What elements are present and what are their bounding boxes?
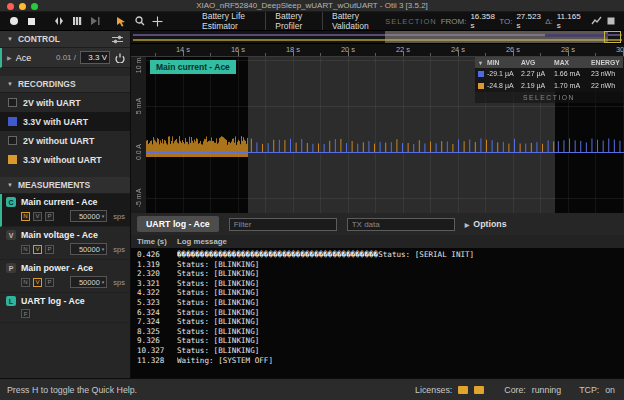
uart-log-tab[interactable]: UART log - Ace — [137, 216, 219, 232]
options-toggle[interactable]: ▶ Options — [465, 219, 507, 229]
stats-header-energy: ENERGY — [590, 57, 623, 68]
y-tick-label: 5 mA — [135, 89, 142, 123]
stats-caption: SELECTION — [475, 92, 623, 103]
control-header-label: CONTROL — [18, 34, 60, 44]
tab-battery-life-estimator[interactable]: Battery Life Estimator — [193, 12, 265, 30]
mode-badge-n[interactable]: N — [21, 212, 30, 221]
rate-unit-label: sps — [113, 278, 125, 287]
license-badge[interactable] — [458, 386, 468, 394]
current-plot[interactable]: 10 mA5 mA0.0 A-5 mA Main current - Ace ▾… — [131, 57, 624, 213]
time-tick-mark — [265, 53, 266, 56]
log-time: 9.326 — [131, 336, 177, 346]
log-time: 6.324 — [131, 308, 177, 318]
time-tick-mark — [568, 51, 569, 56]
tab-battery-validation[interactable]: Battery Validation — [322, 12, 385, 30]
recording-checkbox[interactable] — [8, 117, 17, 126]
licenses-label: Licenses: — [415, 385, 452, 395]
measurement-type-badge: C — [6, 197, 16, 207]
recording-checkbox[interactable] — [8, 155, 17, 164]
mode-badge-n[interactable]: N — [21, 278, 30, 287]
cursor-tools — [108, 16, 171, 27]
recording-row-2v-with-uart[interactable]: 2V with UART — [0, 93, 130, 112]
stop-icon[interactable] — [26, 16, 37, 27]
measurement-label: UART log - Ace — [21, 296, 85, 306]
log-time-column: Time (s) — [131, 237, 177, 246]
device-control-row[interactable]: ▶ Ace 0.01 / — [0, 48, 130, 68]
sample-rate-dropdown[interactable]: 50000▾ — [70, 276, 107, 288]
rate-unit-label: sps — [113, 212, 125, 221]
log-time: 11.328 — [131, 356, 177, 366]
recording-checkbox[interactable] — [8, 136, 17, 145]
recording-row-2v-without-uart[interactable]: 2V without UART — [0, 131, 130, 150]
measurements-header-label: MEASUREMENTS — [18, 180, 90, 190]
mode-badge-p[interactable]: P — [45, 278, 54, 287]
sample-rate-dropdown[interactable]: 50000▾ — [70, 243, 107, 255]
control-section-header[interactable]: ▼ CONTROL — [0, 31, 130, 48]
expand-icon: ▶ — [465, 221, 470, 228]
selection-clear-icon[interactable] — [606, 16, 616, 27]
time-tick-mark — [210, 53, 211, 56]
stat-energy: 22 nWh — [590, 80, 623, 92]
time-tick-mark — [430, 53, 431, 56]
recordings-section-header[interactable]: ▼ RECORDINGS — [0, 76, 130, 93]
tx-data-input[interactable] — [347, 218, 455, 231]
measurement-type-badge: L — [6, 296, 16, 306]
time-axis[interactable]: 14 s16 s18 s20 s22 s24 s26 s28 s30 s — [131, 44, 624, 57]
stat-energy: 23 nWh — [590, 68, 623, 80]
log-column-headers: Time (s) Log message — [131, 235, 624, 248]
sample-rate-dropdown[interactable]: 50000▾ — [70, 210, 107, 222]
log-row: 5.323Status: [BLINKING] — [131, 298, 624, 308]
recording-checkbox[interactable] — [8, 98, 17, 107]
select-cursor-icon[interactable] — [116, 16, 127, 27]
overview-view-window[interactable] — [385, 31, 608, 43]
voltage-input[interactable] — [80, 51, 110, 64]
recording-row-33v-with-uart[interactable]: 3.3V with UART — [0, 112, 130, 131]
y-tick-label: -5 mA — [135, 181, 142, 213]
log-time: 0.426 — [131, 250, 177, 260]
log-message: Status: [BLINKING] — [177, 336, 624, 346]
stats-collapse-icon[interactable]: ▾ — [475, 57, 486, 68]
record-icon[interactable] — [8, 16, 19, 27]
selection-to-value: 27.523 s — [516, 12, 541, 30]
license-badge[interactable] — [474, 386, 484, 394]
column-view-icon[interactable] — [71, 16, 82, 27]
mode-badge-n[interactable]: N — [21, 245, 30, 254]
sidebar: ▼ CONTROL ▶ Ace 0.01 / ▼ RECORDINGS 2V w… — [0, 31, 131, 378]
main-toolbar: Battery Life Estimator Battery Profiler … — [0, 12, 624, 31]
chevron-down-icon: ▾ — [102, 213, 105, 219]
overview-selection-box[interactable] — [604, 31, 621, 43]
recording-row-33v-without-uart[interactable]: 3.3V without UART — [0, 150, 130, 169]
selection-readout: SELECTION FROM: 16.358 s TO: 27.523 s Δ:… — [385, 12, 624, 30]
log-list[interactable]: 0.426�����������������������������������… — [131, 248, 624, 378]
measurement-item-uart-log[interactable]: L UART log - Ace F — [0, 293, 130, 323]
log-message-column: Log message — [177, 237, 227, 246]
measurements-section-header[interactable]: ▼ MEASUREMENTS — [0, 177, 130, 194]
sliders-icon[interactable] — [112, 34, 123, 45]
mode-badge-f[interactable]: F — [21, 309, 30, 318]
split-view-icon[interactable] — [53, 16, 64, 27]
overview-strip[interactable] — [131, 31, 624, 44]
mode-badge-v[interactable]: V — [33, 212, 42, 221]
measurement-item-main-voltage[interactable]: V Main voltage - Ace N V P 50000▾ sps — [0, 227, 130, 260]
power-icon[interactable] — [114, 52, 125, 63]
chart-title-chip[interactable]: Main current - Ace — [150, 60, 236, 74]
pan-icon[interactable] — [152, 16, 163, 27]
view-tools — [45, 16, 108, 27]
mode-badge-p[interactable]: P — [45, 245, 54, 254]
log-row: 11.328Waiting: [SYSTEM OFF] — [131, 356, 624, 366]
selection-chart-icon[interactable] — [591, 16, 602, 27]
selection-from-value: 16.358 s — [470, 12, 495, 30]
log-time: 10.327 — [131, 346, 177, 356]
tab-battery-profiler[interactable]: Battery Profiler — [265, 12, 322, 30]
filter-input[interactable] — [229, 218, 337, 231]
time-tick-mark — [458, 51, 459, 56]
measurement-item-main-power[interactable]: P Main power - Ace N V P 50000▾ sps — [0, 260, 130, 293]
mode-badge-p[interactable]: P — [45, 212, 54, 221]
zoom-icon[interactable] — [134, 16, 145, 27]
play-to-end-icon[interactable] — [89, 16, 100, 27]
measurement-label: Main voltage - Ace — [21, 230, 98, 240]
series-swatch-blue — [478, 71, 484, 77]
measurement-item-main-current[interactable]: C Main current - Ace N V P 50000▾ sps — [0, 194, 130, 227]
mode-badge-v[interactable]: V — [33, 278, 42, 287]
mode-badge-v[interactable]: V — [33, 245, 42, 254]
